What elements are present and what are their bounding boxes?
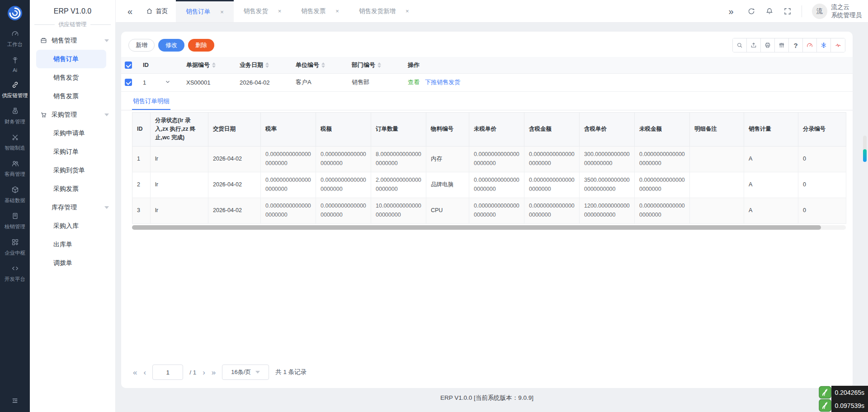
detail-cell: 10.00000000000000000000	[371, 198, 426, 223]
tab-2[interactable]: 销售发票×	[291, 0, 349, 22]
detail-cell: lr	[151, 146, 208, 172]
sidebar-item-1-2[interactable]: 采购到货单	[36, 161, 106, 180]
select-all-checkbox[interactable]	[125, 62, 132, 69]
close-icon[interactable]: ×	[278, 8, 282, 14]
rail-item-8[interactable]: 企业中枢	[0, 234, 30, 260]
sidebar-group-2[interactable]: 库存管理	[30, 198, 115, 217]
print-icon[interactable]	[761, 38, 775, 52]
close-icon[interactable]: ×	[406, 8, 409, 14]
leaf-icon	[819, 399, 831, 412]
tab-home[interactable]: 首页	[146, 7, 168, 15]
sort-icon[interactable]	[265, 62, 269, 68]
action-link-1[interactable]: 下推销售发货	[425, 79, 460, 85]
rail-item-3[interactable]: 财务管理	[0, 103, 30, 129]
sidebar-item-1-0[interactable]: 采购申请单	[36, 124, 106, 142]
sidebar-group-label: 销售管理	[52, 37, 77, 45]
detail-col-13: 分录编号	[798, 112, 846, 146]
sidebar-item-1-1[interactable]: 采购订单	[36, 142, 106, 161]
rail-item-5[interactable]: 客商管理	[0, 155, 30, 181]
delete-button[interactable]: 删除	[188, 39, 214, 52]
rail-item-1[interactable]: Ai	[0, 52, 30, 76]
page-size-select[interactable]: 16条/页	[222, 365, 269, 380]
sidebar-item-0-2[interactable]: 销售发票	[36, 87, 106, 105]
sort-icon[interactable]	[321, 62, 325, 68]
col-3[interactable]: 单位编号	[292, 57, 348, 73]
pulse-icon[interactable]	[831, 38, 845, 52]
detail-cell: 0.00000000000000000000	[261, 146, 316, 172]
sidebar-item-2-2[interactable]: 调拨单	[36, 254, 106, 272]
chevron-down-icon	[255, 371, 260, 374]
tab-3[interactable]: 销售发货新增×	[349, 0, 419, 22]
sidebar-item-0-0[interactable]: 销售订单	[36, 50, 106, 68]
search-icon[interactable]	[733, 38, 747, 52]
tabs-scroll-right-icon[interactable]: »	[725, 7, 737, 16]
sidebar-item-label: 销售发票	[53, 92, 79, 100]
chevron-down-icon	[104, 39, 109, 42]
toolbar-icon-group: ?	[732, 38, 845, 52]
detail-col-11: 明细备注	[690, 112, 744, 146]
perf-badge-0: 0.204265s	[819, 386, 868, 399]
detail-row: 3lr2026-04-020.000000000000000000000.000…	[132, 198, 846, 223]
sidebar-group-0[interactable]: 销售管理	[30, 31, 115, 50]
last-page-button[interactable]: »	[212, 369, 216, 376]
cell-doc-no: XS00001	[183, 73, 236, 91]
menu-fold-icon[interactable]	[0, 397, 30, 405]
detail-cell: 0.00000000000000000000	[316, 172, 371, 198]
detail-horizontal-scrollbar-thumb[interactable]	[132, 225, 821, 230]
refresh-icon[interactable]	[747, 7, 755, 15]
detail-col-7: 未税单价	[469, 112, 524, 146]
detail-cell: 2.00000000000000000000	[371, 172, 426, 198]
add-button[interactable]: 新增	[128, 39, 155, 52]
close-icon[interactable]: ×	[220, 9, 224, 15]
gauge-icon[interactable]	[803, 38, 817, 52]
tab-0[interactable]: 销售订单×	[176, 0, 234, 22]
fullscreen-icon[interactable]	[783, 7, 792, 15]
import-icon[interactable]	[747, 38, 761, 52]
app-logo-icon	[7, 5, 23, 21]
table-row: 1XS000012026-04-02客户A销售部查看下推销售发货	[121, 73, 853, 91]
detail-cell: 0.00000000000000000000	[469, 172, 524, 198]
prev-page-button[interactable]: ‹	[143, 369, 146, 376]
snowflake-icon[interactable]	[817, 38, 831, 52]
tab-1[interactable]: 销售发货×	[234, 0, 292, 22]
sidebar-item-0-1[interactable]: 销售发货	[36, 68, 106, 87]
window-scrollbar	[863, 136, 867, 162]
sidebar-section-label: 供应链管理	[58, 21, 87, 28]
tab-order-detail[interactable]: 销售订单明细	[132, 93, 170, 110]
rail-item-6[interactable]: 基础数据	[0, 181, 30, 208]
next-page-button[interactable]: ›	[203, 369, 205, 376]
window-scrollbar-thumb[interactable]	[863, 149, 867, 162]
row-checkbox[interactable]	[125, 79, 132, 86]
rail-item-2[interactable]: 供应链管理	[0, 76, 30, 103]
page-number-input[interactable]	[152, 365, 183, 380]
col-4[interactable]: 部门编号	[348, 57, 404, 73]
detail-cell: A	[744, 146, 798, 172]
detail-cell: lr	[151, 172, 208, 198]
rail-item-9[interactable]: 开发平台	[0, 260, 30, 286]
notifications-bell-icon[interactable]	[765, 7, 774, 15]
tabs-scroll-left-icon[interactable]: «	[124, 7, 136, 16]
sidebar-item-1-3[interactable]: 采购发票	[36, 180, 106, 198]
sort-icon[interactable]	[377, 62, 381, 68]
people-icon	[11, 159, 19, 170]
sidebar-item-2-1[interactable]: 出库单	[36, 235, 106, 254]
help-icon[interactable]: ?	[789, 38, 803, 52]
col-1[interactable]: 单据编号	[183, 57, 236, 73]
custom-columns-icon[interactable]	[775, 38, 789, 52]
rail-item-7[interactable]: 核销管理	[0, 208, 30, 234]
action-link-0[interactable]: 查看	[408, 79, 420, 85]
sidebar-item-2-0[interactable]: 采购入库	[36, 217, 106, 235]
rail-item-4[interactable]: 智能制造	[0, 129, 30, 155]
sidebar-group-1[interactable]: 采购管理	[30, 105, 115, 124]
detail-horizontal-scrollbar	[132, 225, 846, 230]
rail-item-0[interactable]: 工作台	[0, 25, 30, 52]
rail-item-label: 客商管理	[5, 171, 25, 178]
close-icon[interactable]: ×	[335, 8, 339, 14]
col-2[interactable]: 业务日期	[236, 57, 292, 73]
user-menu[interactable]: 流 流之云 系统管理员	[812, 3, 862, 19]
sort-icon[interactable]	[212, 62, 216, 68]
edit-button[interactable]: 修改	[158, 39, 184, 52]
first-page-button[interactable]: «	[133, 369, 137, 376]
expand-row-icon[interactable]	[165, 79, 171, 85]
tab-label: 销售发票	[301, 7, 326, 15]
